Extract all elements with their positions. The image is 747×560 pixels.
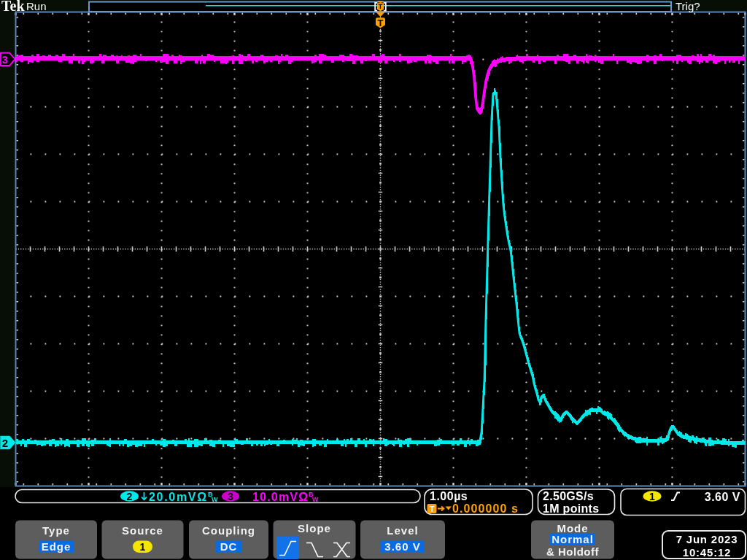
svg-text:3.60 V: 3.60 V	[705, 491, 740, 503]
svg-text:10:45:12: 10:45:12	[683, 546, 731, 559]
svg-text:Normal: Normal	[551, 533, 594, 545]
svg-text:Edge: Edge	[42, 540, 71, 553]
svg-text:Source: Source	[122, 524, 163, 537]
svg-text:7 Jun 2023: 7 Jun 2023	[676, 533, 738, 545]
svg-text:1: 1	[140, 541, 146, 553]
svg-text:2: 2	[127, 491, 133, 502]
svg-text:20.0mVΩ: 20.0mVΩ	[149, 491, 208, 503]
svg-text:3: 3	[228, 491, 233, 502]
svg-text:10.0mVΩ: 10.0mVΩ	[252, 491, 309, 503]
svg-text:3.60 V: 3.60 V	[384, 540, 420, 553]
svg-text:Coupling: Coupling	[202, 524, 255, 537]
svg-text:Trig?: Trig?	[676, 0, 700, 12]
svg-text:DC: DC	[220, 540, 238, 553]
svg-text:T: T	[379, 2, 383, 10]
svg-text:Level: Level	[387, 524, 418, 537]
svg-text:0.000000 s: 0.000000 s	[452, 502, 519, 515]
svg-text:Tek: Tek	[1, 0, 25, 14]
svg-text:3: 3	[2, 53, 8, 66]
svg-text:2: 2	[2, 437, 8, 449]
svg-text:W: W	[312, 496, 319, 503]
svg-text:T: T	[378, 18, 384, 28]
svg-text:1.00µs: 1.00µs	[430, 490, 468, 502]
svg-text:1M points: 1M points	[543, 502, 599, 515]
svg-text:1: 1	[649, 491, 655, 502]
svg-text:Run: Run	[26, 0, 47, 12]
svg-text:T: T	[430, 505, 435, 513]
svg-text:2.50GS/s: 2.50GS/s	[543, 490, 594, 502]
svg-text:& Holdoff: & Holdoff	[546, 545, 599, 558]
svg-text:Slope: Slope	[298, 522, 331, 534]
svg-text:W: W	[212, 496, 218, 503]
svg-text:Type: Type	[42, 524, 70, 537]
